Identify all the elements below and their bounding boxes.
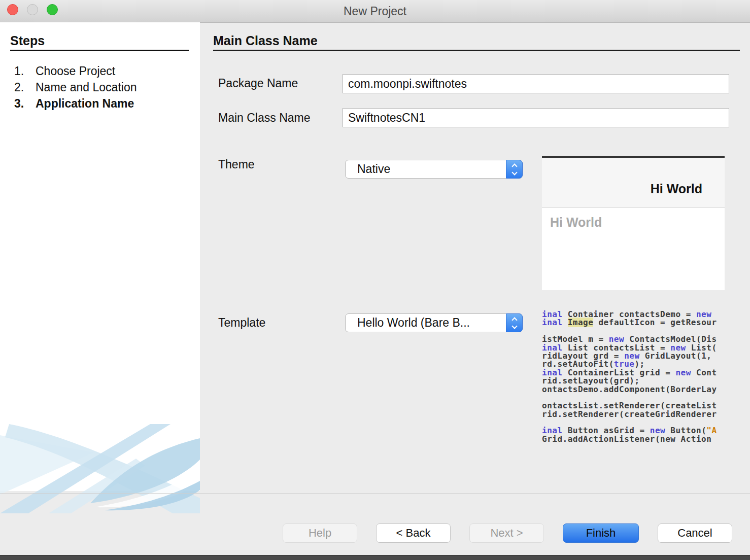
theme-label: Theme — [218, 158, 255, 171]
main-class-name-label: Main Class Name — [218, 111, 311, 125]
code-line: Grid.addActionListener(new Action — [542, 435, 726, 443]
page-title-rule — [213, 50, 740, 51]
page-title: Main Class Name — [213, 33, 318, 48]
template-code-preview: inal Container contactsDemo = newinal Im… — [542, 310, 726, 444]
theme-dropdown-value: Native — [346, 162, 522, 176]
step-number: 1. — [14, 63, 36, 79]
wizard-button-row: Help< BackNext >FinishCancel — [283, 523, 732, 543]
step-label: Name and Location — [36, 79, 137, 95]
theme-preview-title-text: Hi World — [651, 182, 702, 196]
main-class-name-input[interactable] — [343, 108, 729, 127]
chevron-up-down-icon — [506, 313, 523, 332]
titlebar: New Project — [0, 0, 750, 23]
steps-list: 1.Choose Project2.Name and Location3.App… — [14, 63, 187, 112]
code-line: inal Image defaultIcon = getResour — [542, 319, 726, 327]
template-label: Template — [218, 316, 265, 330]
back-button[interactable]: < Back — [376, 523, 451, 543]
step-label: Application Name — [36, 95, 134, 112]
code-line: ontactsDemo.addComponent(BorderLay — [542, 386, 726, 394]
theme-dropdown[interactable]: Native — [345, 160, 523, 179]
next-button: Next > — [469, 523, 544, 543]
theme-preview-titlebar: Hi World — [542, 158, 725, 208]
help-button: Help — [283, 523, 357, 543]
theme-preview-body: Hi World — [542, 208, 725, 230]
footer-divider — [0, 493, 750, 494]
window-title: New Project — [0, 0, 750, 22]
step-item-2: 2.Name and Location — [14, 79, 187, 95]
step-label: Choose Project — [36, 63, 115, 79]
package-name-input[interactable] — [343, 74, 729, 93]
theme-preview: Hi World Hi World — [542, 156, 725, 290]
theme-preview-body-text: Hi World — [550, 215, 602, 229]
background-window-edge — [0, 555, 750, 560]
package-name-label: Package Name — [218, 77, 298, 90]
new-project-dialog: New Project Steps 1.Choose Project2.Name… — [0, 0, 750, 560]
step-item-3: 3.Application Name — [14, 95, 187, 112]
template-dropdown[interactable]: Hello World (Bare B... — [345, 313, 523, 332]
template-dropdown-value: Hello World (Bare B... — [346, 316, 522, 330]
watermark-graphic — [0, 421, 200, 513]
step-number: 3. — [14, 95, 36, 112]
finish-button[interactable]: Finish — [563, 523, 639, 543]
step-number: 2. — [14, 79, 36, 95]
steps-heading-rule — [10, 50, 189, 51]
cancel-button[interactable]: Cancel — [658, 523, 732, 543]
step-item-1: 1.Choose Project — [14, 63, 187, 79]
steps-heading: Steps — [10, 33, 45, 48]
code-line: rid.setRenderer(createGridRenderer — [542, 410, 726, 418]
chevron-up-down-icon — [506, 160, 523, 179]
